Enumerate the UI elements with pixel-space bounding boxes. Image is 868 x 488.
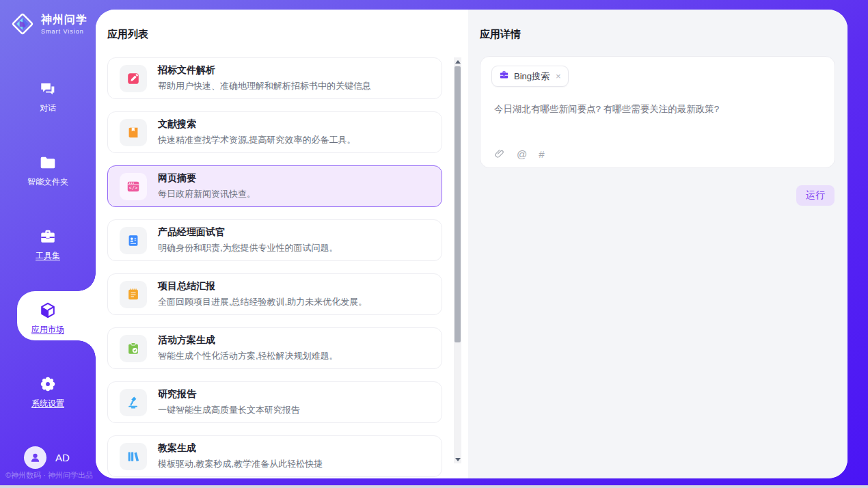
- run-button[interactable]: 运行: [796, 185, 835, 206]
- user-initials: AD: [55, 452, 70, 463]
- app-card-description: 快速精准查找学术资源,提高研究效率的必备工具。: [158, 134, 356, 146]
- app-list-panel: 应用列表 招标文件解析帮助用户快速、准确地理解和解析招标书中的关键信息文献搜索快…: [96, 10, 468, 478]
- folder-icon: [39, 154, 57, 172]
- brand-diamond-icon: [10, 11, 36, 37]
- app-card-文献搜索[interactable]: 文献搜索快速精准查找学术资源,提高研究效率的必备工具。: [107, 111, 442, 153]
- toolbox-icon: [39, 228, 57, 245]
- book-icon: [120, 119, 147, 146]
- sidebar: 神州问学 Smart Vision 对话智能文件夹工具集应用市场系统设置 AD …: [0, 0, 96, 485]
- brand-name: 神州问学: [41, 13, 87, 27]
- svg-text:</>: </>: [129, 185, 137, 191]
- app-card-name: 网页摘要: [158, 172, 256, 185]
- prompt-input-card[interactable]: Bing搜索 × 今日湖北有哪些新闻要点? 有哪些需要关注的最新政策? @#: [480, 56, 835, 168]
- brand-subtitle: Smart Vision: [41, 28, 87, 35]
- brand-logo-block: 神州问学 Smart Vision: [10, 11, 87, 37]
- scrollbar-down-arrow-icon[interactable]: [454, 455, 461, 463]
- app-card-description: 一键智能生成高质量长文本研究报告: [158, 404, 300, 416]
- user-account[interactable]: AD: [24, 446, 70, 469]
- hash-icon[interactable]: #: [539, 149, 544, 159]
- cube-icon: [39, 301, 57, 319]
- app-card-name: 招标文件解析: [158, 64, 371, 77]
- app-card-description: 智能生成个性化活动方案,轻松解决规划难题。: [158, 350, 338, 362]
- paperclip-icon[interactable]: [494, 148, 505, 159]
- sidebar-item-label: 工具集: [36, 250, 60, 262]
- app-card-name: 教案生成: [158, 442, 323, 455]
- app-card-name: 文献搜索: [158, 118, 356, 131]
- app-card-招标文件解析[interactable]: 招标文件解析帮助用户快速、准确地理解和解析招标书中的关键信息: [107, 57, 442, 99]
- at-icon[interactable]: @: [517, 149, 527, 159]
- app-detail-panel: 应用详情 Bing搜索 × 今日湖北有哪些新闻要点? 有哪些需要关注的最新政策?…: [468, 10, 847, 478]
- sidebar-item-对话[interactable]: 对话: [0, 72, 96, 122]
- sidebar-item-系统设置[interactable]: 系统设置: [0, 368, 96, 417]
- sidebar-item-label: 对话: [40, 103, 56, 114]
- sidebar-item-label: 智能文件夹: [27, 176, 68, 188]
- gear-icon: [39, 375, 57, 393]
- sidebar-item-应用市场[interactable]: 应用市场: [0, 294, 96, 343]
- main-content: 应用列表 招标文件解析帮助用户快速、准确地理解和解析招标书中的关键信息文献搜索快…: [96, 10, 847, 478]
- sidebar-item-智能文件夹[interactable]: 智能文件夹: [0, 146, 96, 195]
- books-icon: [120, 443, 147, 470]
- tool-chip-bing-search[interactable]: Bing搜索 ×: [491, 66, 569, 87]
- clipboard-check-icon: [120, 335, 147, 362]
- app-card-name: 产品经理面试官: [158, 226, 338, 239]
- app-card-产品经理面试官[interactable]: 产品经理面试官明确身份和职责,为您提供专业性的面试问题。: [107, 219, 442, 261]
- app-card-活动方案生成[interactable]: 活动方案生成智能生成个性化活动方案,轻松解决规划难题。: [107, 327, 442, 369]
- microscope-icon: [120, 389, 147, 416]
- avatar[interactable]: [24, 446, 46, 469]
- app-list-title: 应用列表: [107, 28, 148, 41]
- sidebar-item-label: 应用市场: [31, 324, 64, 336]
- query-input[interactable]: 今日湖北有哪些新闻要点? 有哪些需要关注的最新政策?: [494, 103, 821, 116]
- app-card-教案生成[interactable]: 教案生成模板驱动,教案秒成,教学准备从此轻松快捷: [107, 435, 442, 477]
- resume-icon: [120, 227, 147, 254]
- app-card-name: 研究报告: [158, 388, 300, 401]
- app-list-scrollbar[interactable]: [454, 57, 461, 463]
- scrollbar-thumb[interactable]: [455, 66, 461, 342]
- sidebar-item-工具集[interactable]: 工具集: [0, 220, 96, 269]
- app-card-description: 明确身份和职责,为您提供专业性的面试问题。: [158, 242, 338, 254]
- browser-code-icon: </>: [120, 173, 147, 200]
- doc-edit-icon: [120, 65, 147, 92]
- app-card-description: 模板驱动,教案秒成,教学准备从此轻松快捷: [158, 458, 323, 470]
- app-card-name: 活动方案生成: [158, 334, 338, 347]
- briefcase-icon: [499, 70, 509, 83]
- app-detail-title: 应用详情: [480, 28, 521, 41]
- app-card-网页摘要[interactable]: </>网页摘要每日政府新闻资讯快查。: [107, 165, 442, 207]
- app-card-name: 项目总结汇报: [158, 280, 367, 293]
- app-card-研究报告[interactable]: 研究报告一键智能生成高质量长文本研究报告: [107, 381, 442, 423]
- app-card-description: 帮助用户快速、准确地理解和解析招标书中的关键信息: [158, 80, 371, 92]
- window-bottom-edge: [0, 485, 868, 488]
- scrollbar-up-arrow-icon[interactable]: [454, 57, 461, 66]
- chip-close-icon[interactable]: ×: [556, 71, 561, 81]
- sidebar-item-label: 系统设置: [31, 398, 64, 409]
- tool-chip-label: Bing搜索: [514, 70, 550, 83]
- note-icon: [120, 281, 147, 308]
- chat-icon: [39, 80, 57, 98]
- app-card-项目总结汇报[interactable]: 项目总结汇报全面回顾项目进展,总结经验教训,助力未来优化发展。: [107, 273, 442, 315]
- app-card-description: 每日政府新闻资讯快查。: [158, 188, 256, 200]
- app-card-description: 全面回顾项目进展,总结经验教训,助力未来优化发展。: [158, 296, 367, 308]
- copyright-text: ©神州数码 · 神州问学出品: [5, 470, 93, 480]
